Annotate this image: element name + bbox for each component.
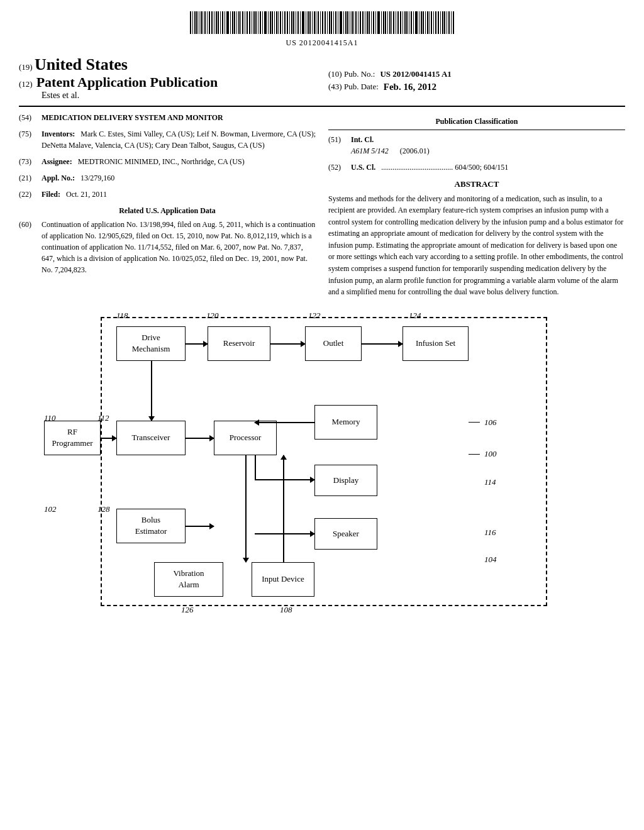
ref-116: 116 <box>484 528 496 538</box>
field-51-class: A61M 5/142 <box>351 147 389 155</box>
field-22-content: Filed: Oct. 21, 2011 <box>42 189 107 200</box>
arrow-memory-processor <box>255 422 314 423</box>
ref-110: 110 <box>44 413 56 423</box>
pub-date-value: Feb. 16, 2012 <box>384 82 436 92</box>
transceiver-block: Transceiver <box>116 421 186 455</box>
arrow-transceiver-processor <box>186 438 214 439</box>
field-22-text: Oct. 21, 2011 <box>66 190 107 199</box>
related-app-title: Related U.S. Application Data <box>19 205 316 216</box>
ref-108: 108 <box>280 605 292 615</box>
body-section: (54) MEDICATION DELIVERY SYSTEM AND MONI… <box>0 107 644 298</box>
page: US 20120041415A1 (19) United States (12)… <box>0 0 644 830</box>
ref-124: 124 <box>409 311 421 321</box>
field-21-label: Appl. No.: <box>42 174 75 182</box>
arrow-outlet-infusion <box>362 343 402 345</box>
field-75-row: (75) Inventors: Mark C. Estes, Simi Vall… <box>19 128 316 151</box>
field-21-num: (21) <box>19 172 42 184</box>
pub-date-label: (43) Pub. Date: <box>328 82 379 92</box>
pub-num-value: US 2012/0041415 A1 <box>380 69 451 79</box>
header-section: (19) United States (12) Patent Applicati… <box>0 50 644 101</box>
ref-100: 100 <box>484 449 497 459</box>
vibration-alarm-block: VibrationAlarm <box>154 562 223 597</box>
ref-104: 104 <box>484 555 497 565</box>
arrow-drive-reservoir <box>186 343 208 345</box>
right-column: Publication Classification (51) Int. Cl.… <box>328 112 625 298</box>
arrow-rf-transceiver <box>101 438 116 439</box>
field-54-row: (54) MEDICATION DELIVERY SYSTEM AND MONI… <box>19 112 316 123</box>
field-54-content: MEDICATION DELIVERY SYSTEM AND MONITOR <box>42 112 227 123</box>
abstract-title: ABSTRACT <box>328 178 625 191</box>
arrow-bolus-processor <box>186 526 214 527</box>
reservoir-block: Reservoir <box>208 326 270 361</box>
header-right: (10) Pub. No.: US 2012/0041415 A1 (43) P… <box>316 55 625 92</box>
pub-class-divider <box>328 130 625 130</box>
pub-num-label: (10) Pub. No.: <box>328 69 375 79</box>
ref-120: 120 <box>206 311 219 321</box>
ref-106: 106 <box>484 418 497 428</box>
abstract-text: Systems and methods for the delivery and… <box>328 193 625 298</box>
diagram-container: 118 120 122 124 DriveMechanism Reservoir… <box>19 311 625 625</box>
arrow-proc-display <box>255 479 314 480</box>
field-22-row: (22) Filed: Oct. 21, 2011 <box>19 189 316 200</box>
field-73-label: Assignee: <box>42 157 72 166</box>
field-60-num: (60) <box>19 219 42 275</box>
header-left: (19) United States (12) Patent Applicati… <box>19 55 316 101</box>
pub-class-title: Publication Classification <box>328 116 625 127</box>
type-row: (12) Patent Application Publication <box>19 74 316 91</box>
field-52-row: (52) U.S. Cl. ..........................… <box>328 162 625 173</box>
diagram-section: 118 120 122 124 DriveMechanism Reservoir… <box>19 311 625 625</box>
field-21-content: Appl. No.: 13/279,160 <box>42 172 114 184</box>
field-75-content: Inventors: Mark C. Estes, Simi Valley, C… <box>42 128 316 151</box>
field-52-value: 604/500; 604/151 <box>455 163 508 172</box>
ref-118: 118 <box>116 311 128 321</box>
pub-date-row: (43) Pub. Date: Feb. 16, 2012 <box>328 82 625 92</box>
field-51-label: Int. Cl. <box>351 135 374 144</box>
country-label: (19) <box>19 62 33 72</box>
rf-programmer-block: RFProgrammer <box>44 421 101 455</box>
field-73-text: MEDTRONIC MINIMED, INC., Northridge, CA … <box>78 157 245 166</box>
field-52-dots: ...................................... <box>381 163 453 172</box>
field-51-row: (51) Int. Cl. A61M 5/142 (2006.01) <box>328 134 625 157</box>
country-row: (19) United States <box>19 55 316 74</box>
ref-122: 122 <box>308 311 321 321</box>
field-51-year: (2006.01) <box>400 147 430 155</box>
ref-128: 128 <box>97 504 110 514</box>
outlet-block: Outlet <box>305 326 362 361</box>
bolus-estimator-block: BolusEstimator <box>116 509 186 543</box>
arrow-drive-transceiver <box>151 361 152 421</box>
type-label: (12) <box>19 79 33 89</box>
drive-mechanism-block: DriveMechanism <box>116 326 186 361</box>
field-75-text: Mark C. Estes, Simi Valley, CA (US); Lei… <box>42 130 316 150</box>
memory-block: Memory <box>314 405 377 440</box>
proc-display-line-v <box>255 455 256 480</box>
patent-number-display: US 20120041415A1 <box>0 38 644 48</box>
barcode-image <box>190 11 454 34</box>
field-52-content: U.S. Cl. ...............................… <box>351 162 508 173</box>
field-75-label: Inventors: <box>42 130 75 138</box>
field-51-content: Int. Cl. A61M 5/142 (2006.01) <box>351 134 430 157</box>
ref-106-line <box>469 422 480 423</box>
arrow-reservoir-outlet <box>270 343 305 345</box>
ref-112: 112 <box>97 413 109 423</box>
arrow-proc-speaker <box>255 533 314 534</box>
pub-number-row: (10) Pub. No.: US 2012/0041415 A1 <box>328 69 625 79</box>
field-21-row: (21) Appl. No.: 13/279,160 <box>19 172 316 184</box>
type-name: Patent Application Publication <box>36 74 218 91</box>
field-21-text: 13/279,160 <box>80 174 114 182</box>
arrow-proc-vibration <box>245 455 247 562</box>
field-52-num: (52) <box>328 162 351 173</box>
field-75-num: (75) <box>19 128 42 151</box>
field-60-row: (60) Continuation of application No. 13/… <box>19 219 316 275</box>
infusion-set-block: Infusion Set <box>402 326 469 361</box>
input-device-block: Input Device <box>252 562 314 597</box>
processor-block: Processor <box>214 421 277 455</box>
inventors-line: Estes et al. <box>19 91 316 101</box>
field-52-label: U.S. Cl. <box>351 163 375 172</box>
ref-114: 114 <box>484 477 496 487</box>
field-22-num: (22) <box>19 189 42 200</box>
field-73-num: (73) <box>19 156 42 167</box>
ref-126: 126 <box>181 605 194 615</box>
field-60-text: Continuation of application No. 13/198,9… <box>42 219 316 275</box>
field-22-label: Filed: <box>42 190 60 199</box>
country-name: United States <box>35 55 128 74</box>
